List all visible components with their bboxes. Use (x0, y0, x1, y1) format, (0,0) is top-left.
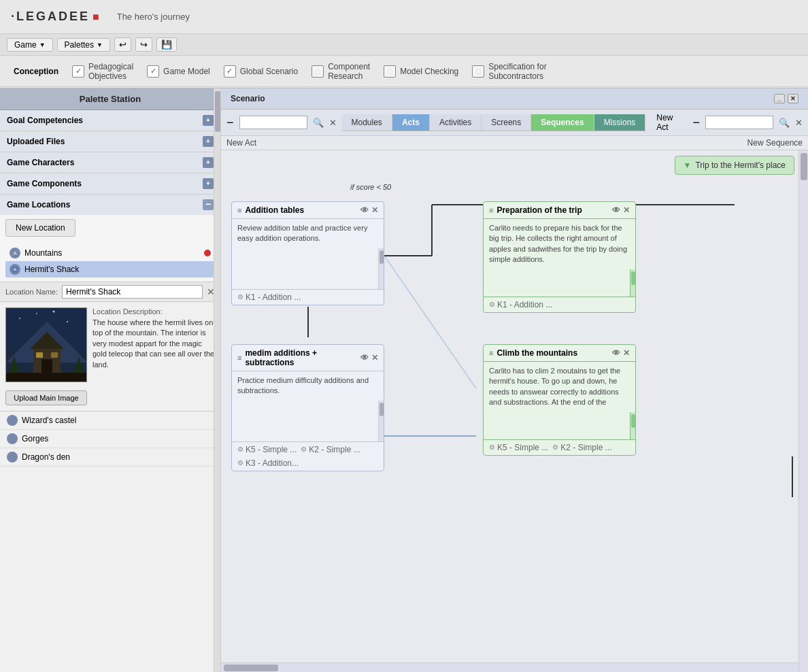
game-locations-section: Game Locations − New Location Mountains (0, 195, 220, 282)
nav-pedagogical[interactable]: ✓ PedagogicalObjectives (65, 56, 140, 86)
preparation-trip-view-icon[interactable]: 👁 (612, 205, 620, 215)
tab-activities[interactable]: Activities (430, 114, 482, 131)
game-components-header[interactable]: Game Components + (0, 173, 220, 194)
location-image (5, 307, 87, 382)
climb-tag2: ⚙ K2 - Simple ... (552, 443, 611, 452)
location-name-input[interactable] (62, 285, 203, 299)
sequence-close-icon[interactable]: ✕ (795, 118, 803, 128)
close-button[interactable]: ✕ (788, 94, 798, 103)
addition-tables-footer: ⚙ K1 - Addition ... (232, 289, 384, 305)
addition-tables-view-icon[interactable]: 👁 (360, 205, 369, 215)
uploaded-files-collapse-icon[interactable]: + (203, 136, 214, 147)
medim-additions-close-icon[interactable]: ✕ (371, 353, 378, 363)
location-desc-text: The house where the hermit lives on top … (92, 318, 215, 405)
preparation-trip-icon: ≡ (489, 206, 493, 214)
climb-mountains-scrollbar[interactable] (630, 412, 635, 439)
climb-tag2-icon: ⚙ (552, 443, 558, 451)
medim-additions-scrollbar[interactable] (378, 401, 384, 441)
palette-scrollbar[interactable] (214, 88, 220, 672)
prep-tag1-icon: ⚙ (489, 301, 495, 308)
medim-tag1-icon: ⚙ (237, 446, 243, 453)
goal-competencies-collapse-icon[interactable]: + (203, 115, 214, 126)
new-act-sequence-bar: New Act New Sequence (221, 136, 808, 150)
game-characters-header[interactable]: Game Characters + (0, 152, 220, 173)
canvas-scrollbar-h-thumb (224, 665, 278, 671)
preparation-trip-scrollbar-thumb (631, 271, 635, 285)
addition-tables-close-icon[interactable]: ✕ (371, 205, 378, 215)
palettes-label: Palettes (65, 40, 94, 50)
preparation-trip-footer: ⚙ K1 - Addition ... (484, 297, 635, 312)
mountains-location-item[interactable]: Mountains (5, 245, 215, 261)
tab-screens[interactable]: Screens (482, 114, 531, 131)
save-button[interactable]: 💾 (156, 37, 177, 52)
minimize-button[interactable]: _ (774, 94, 785, 103)
wizards-castel-icon (7, 415, 18, 426)
climb-tag1-icon: ⚙ (489, 443, 495, 451)
game-characters-collapse-icon[interactable]: + (203, 157, 214, 168)
palettes-menu-button[interactable]: Palettes ▼ (57, 38, 110, 52)
svg-rect-11 (41, 359, 52, 373)
dragons-den-item[interactable]: Dragon's den (0, 448, 220, 467)
component-research-check-icon: □ (312, 65, 324, 78)
scenario-header: Scenario _ ✕ (221, 88, 808, 110)
addition-tables-scrollbar-thumb (380, 250, 384, 264)
model-checking-label: Model Checking (400, 67, 458, 76)
svg-point-7 (53, 311, 55, 313)
game-characters-label: Game Characters (7, 158, 74, 167)
nav-component-research[interactable]: □ ComponentResearch (305, 56, 377, 86)
gorges-label: Gorges (22, 434, 48, 443)
addition-tables-icon: ≡ (237, 206, 241, 214)
nav-specification[interactable]: □ Specification forSubcontractors (465, 56, 553, 86)
medim-additions-view-icon[interactable]: 👁 (360, 353, 369, 363)
sequence-search-icon[interactable]: 🔍 (779, 118, 790, 128)
uploaded-files-header[interactable]: Uploaded Files + (0, 131, 220, 152)
new-location-button[interactable]: New Location (5, 219, 75, 237)
tab-acts[interactable]: Acts (392, 114, 430, 131)
new-sequence-text: New Sequence (747, 138, 803, 148)
sequence-search-input[interactable] (705, 116, 773, 129)
game-model-check-icon: ✓ (147, 65, 159, 78)
nav-model-checking[interactable]: □ Model Checking (377, 56, 465, 86)
wizards-castel-item[interactable]: Wizard's castel (0, 411, 220, 430)
svg-point-19 (9, 454, 16, 460)
search-icon[interactable]: 🔍 (313, 118, 324, 128)
nav-tabs: Conception ✓ PedagogicalObjectives ✓ Gam… (0, 56, 808, 87)
redo-button[interactable]: ↪ (135, 37, 152, 52)
game-locations-content: New Location Mountains (0, 215, 220, 282)
goal-competencies-header[interactable]: Goal Competencies + (0, 110, 220, 131)
climb-mountains-view-icon[interactable]: 👁 (612, 348, 620, 358)
addition-tables-card: ≡ Addition tables 👁 ✕ Review addition ta… (231, 201, 384, 305)
new-act-area: New Act (651, 113, 687, 132)
undo-button[interactable]: ↩ (114, 37, 131, 52)
addition-tables-scrollbar[interactable] (378, 248, 384, 289)
right-zoom-out-button[interactable]: − (692, 116, 700, 130)
act-search-input[interactable] (239, 116, 307, 129)
canvas-scrollbar-h[interactable] (221, 662, 798, 672)
game-menu-button[interactable]: Game ▼ (7, 38, 53, 52)
game-components-collapse-icon[interactable]: + (203, 178, 214, 189)
upload-main-image-button[interactable]: Upload Main Image (5, 390, 87, 405)
dragons-den-label: Dragon's den (22, 452, 70, 462)
preparation-trip-scrollbar[interactable] (630, 269, 635, 297)
gorges-item[interactable]: Gorges (0, 430, 220, 448)
addition-tables-header-left: ≡ Addition tables (237, 205, 304, 215)
canvas-scrollbar-v[interactable] (798, 150, 808, 672)
left-panel: Palette Station Goal Competencies + Uplo… (0, 88, 221, 672)
nav-game-model[interactable]: ✓ Game Model (140, 56, 217, 86)
game-locations-header[interactable]: Game Locations − (0, 195, 220, 215)
close-search-icon[interactable]: ✕ (329, 118, 337, 128)
tab-missions[interactable]: Missions (594, 114, 646, 131)
nav-conception[interactable]: Conception (7, 56, 65, 86)
tab-sequences[interactable]: Sequences (531, 114, 594, 131)
zoom-out-button[interactable]: − (226, 116, 234, 130)
nav-global-scenario[interactable]: ✓ Global Scenario (217, 56, 305, 86)
medim-tag1: ⚙ K5 - Simple ... (237, 445, 297, 454)
game-locations-collapse-icon[interactable]: − (203, 199, 214, 210)
hermits-shack-location-item[interactable]: Hermit's Shack (5, 261, 215, 278)
preparation-trip-close-icon[interactable]: ✕ (623, 205, 630, 215)
climb-mountains-body: Carlito has to clim 2 moutains to get th… (484, 362, 635, 412)
climb-mountains-close-icon[interactable]: ✕ (623, 348, 630, 358)
tab-modules[interactable]: Modules (342, 114, 392, 131)
svg-rect-13 (51, 352, 58, 358)
climb-tag1-label: K5 - Simple ... (497, 443, 548, 452)
